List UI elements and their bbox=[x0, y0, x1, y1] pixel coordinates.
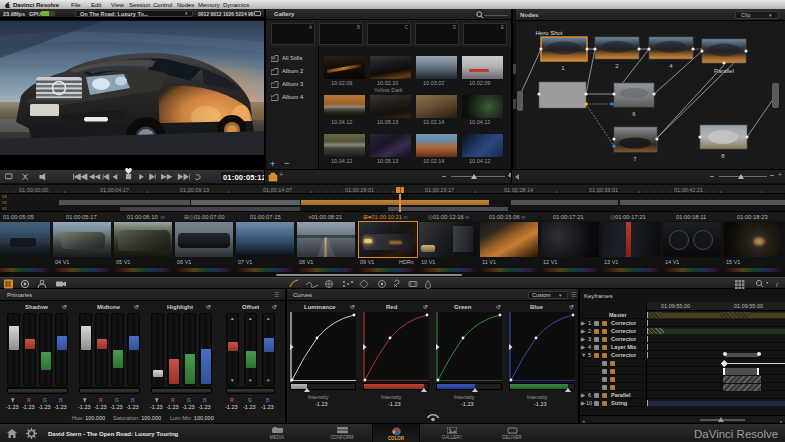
svg-text:8: 8 bbox=[721, 153, 725, 159]
svg-text:2: 2 bbox=[615, 63, 619, 69]
svg-text:1: 1 bbox=[561, 65, 565, 71]
svg-text:4: 4 bbox=[669, 63, 673, 69]
svg-text:7: 7 bbox=[633, 156, 637, 162]
svg-text:Hero Shot: Hero Shot bbox=[535, 30, 562, 36]
svg-text:Parallel: Parallel bbox=[714, 68, 734, 74]
svg-text:i: i bbox=[776, 280, 778, 289]
svg-text:6: 6 bbox=[632, 111, 636, 117]
